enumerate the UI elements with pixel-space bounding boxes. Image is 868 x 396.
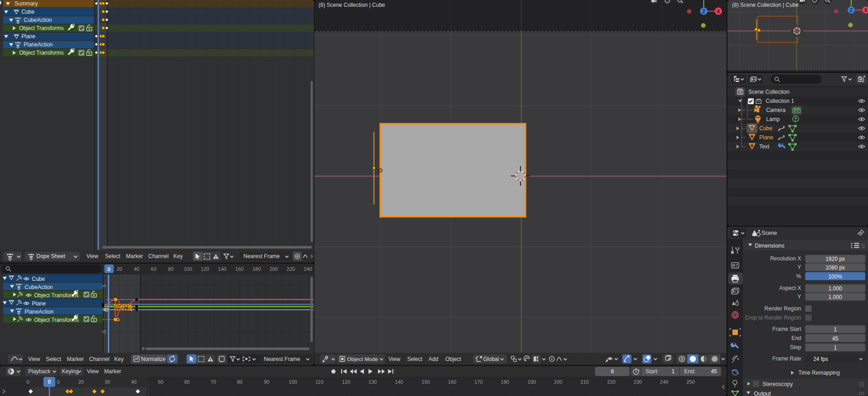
svg-text:Channel: Channel bbox=[89, 356, 110, 362]
svg-text:1: 1 bbox=[834, 326, 837, 333]
svg-text:120: 120 bbox=[342, 379, 350, 385]
svg-text:240: 240 bbox=[304, 266, 312, 272]
svg-text:120: 120 bbox=[201, 266, 209, 272]
svg-text:Step: Step bbox=[790, 344, 801, 350]
svg-text:Scene: Scene bbox=[762, 230, 777, 236]
svg-text:Text: Text bbox=[759, 143, 770, 150]
svg-text:Render Region: Render Region bbox=[764, 305, 801, 312]
svg-text:Lamp: Lamp bbox=[766, 116, 780, 122]
svg-text:140: 140 bbox=[218, 266, 226, 272]
svg-text:(8) Scene Collection | Cube: (8) Scene Collection | Cube bbox=[318, 2, 385, 8]
svg-text:60: 60 bbox=[184, 379, 190, 385]
svg-text:X: X bbox=[717, 9, 720, 14]
svg-text:Z: Z bbox=[702, 9, 706, 14]
svg-text:180: 180 bbox=[252, 266, 261, 272]
svg-text:Key: Key bbox=[173, 253, 183, 259]
svg-text:8: 8 bbox=[611, 368, 614, 375]
svg-text:(8) Scene Collection | Cube: (8) Scene Collection | Cube bbox=[732, 2, 799, 8]
svg-text:PlaneAction: PlaneAction bbox=[24, 41, 53, 48]
svg-text:45: 45 bbox=[711, 368, 717, 375]
svg-text:30: 30 bbox=[105, 379, 110, 385]
svg-text:0: 0 bbox=[57, 379, 60, 385]
svg-text:Marker: Marker bbox=[67, 356, 84, 362]
svg-text:Dimensions: Dimensions bbox=[755, 243, 784, 249]
svg-text:140: 140 bbox=[395, 379, 403, 385]
svg-text:Start:: Start: bbox=[646, 368, 659, 375]
svg-text:80: 80 bbox=[168, 266, 173, 272]
svg-text:Plane: Plane bbox=[32, 300, 46, 307]
svg-text:Collection 1: Collection 1 bbox=[766, 98, 794, 104]
svg-text:1.000: 1.000 bbox=[828, 285, 842, 292]
svg-text:170: 170 bbox=[474, 379, 483, 385]
svg-text:Nearest Frame: Nearest Frame bbox=[243, 253, 280, 259]
svg-text:Summary: Summary bbox=[15, 0, 38, 7]
svg-text:Aspect X: Aspect X bbox=[779, 285, 801, 291]
svg-text:Time Remapping: Time Remapping bbox=[798, 370, 840, 376]
svg-text:100%: 100% bbox=[828, 274, 843, 280]
svg-text:End:: End: bbox=[684, 368, 696, 375]
svg-text:50: 50 bbox=[158, 379, 163, 385]
svg-text:-5: -5 bbox=[101, 330, 107, 335]
svg-text:Select: Select bbox=[46, 356, 61, 362]
svg-text:80: 80 bbox=[237, 379, 242, 385]
svg-text:Key: Key bbox=[114, 356, 124, 362]
svg-text:160: 160 bbox=[448, 379, 456, 385]
svg-text:Z: Z bbox=[850, 7, 853, 13]
svg-text:1: 1 bbox=[671, 368, 675, 375]
svg-text:0: 0 bbox=[26, 379, 29, 385]
svg-text:40: 40 bbox=[134, 266, 139, 272]
svg-text:Stereoscopy: Stereoscopy bbox=[762, 381, 793, 387]
svg-text:Frame Start: Frame Start bbox=[772, 326, 802, 332]
svg-text:20: 20 bbox=[78, 379, 84, 385]
svg-text:70: 70 bbox=[211, 379, 216, 385]
svg-text:220: 220 bbox=[287, 266, 295, 272]
svg-text:Channel: Channel bbox=[148, 253, 169, 259]
svg-text:230: 230 bbox=[634, 379, 642, 385]
svg-text:PlaneAction: PlaneAction bbox=[25, 309, 54, 315]
svg-text:Dope Sheet: Dope Sheet bbox=[36, 253, 66, 259]
svg-text:100: 100 bbox=[184, 266, 192, 272]
svg-text:Cube: Cube bbox=[21, 9, 35, 15]
svg-text:Object Transforms: Object Transforms bbox=[19, 25, 64, 31]
svg-text:24 fps: 24 fps bbox=[813, 356, 828, 362]
svg-text:View: View bbox=[86, 253, 98, 259]
svg-text:110: 110 bbox=[315, 379, 323, 385]
svg-text:End: End bbox=[792, 335, 801, 341]
svg-text:200: 200 bbox=[554, 379, 562, 385]
svg-text:250: 250 bbox=[686, 379, 695, 385]
svg-text:220: 220 bbox=[607, 379, 616, 385]
svg-text:Plane: Plane bbox=[21, 33, 35, 40]
svg-text:View: View bbox=[389, 356, 400, 362]
svg-text:Camera: Camera bbox=[766, 107, 786, 113]
svg-text:1080 px: 1080 px bbox=[826, 264, 845, 271]
svg-text:Cube: Cube bbox=[759, 125, 772, 132]
svg-text:Cube: Cube bbox=[32, 276, 45, 282]
svg-text:Crop to Render Region: Crop to Render Region bbox=[745, 315, 801, 321]
svg-text:Keying: Keying bbox=[62, 368, 79, 375]
svg-text:Marker: Marker bbox=[104, 368, 121, 375]
svg-text:150: 150 bbox=[422, 379, 430, 385]
svg-text:Select: Select bbox=[105, 253, 121, 259]
svg-text:%: % bbox=[796, 273, 801, 279]
svg-text:Y: Y bbox=[797, 294, 801, 300]
svg-text:40: 40 bbox=[131, 379, 136, 385]
svg-text:Frame Rate: Frame Rate bbox=[772, 355, 802, 362]
svg-text:Output: Output bbox=[754, 391, 771, 396]
svg-text:60: 60 bbox=[151, 266, 156, 272]
svg-text:Global: Global bbox=[483, 356, 499, 362]
svg-text:Y: Y bbox=[797, 264, 801, 270]
svg-text:100: 100 bbox=[289, 379, 297, 385]
svg-text:130: 130 bbox=[368, 379, 377, 385]
svg-text:1.000: 1.000 bbox=[828, 294, 842, 300]
svg-text:Object: Object bbox=[445, 356, 461, 362]
svg-text:Playback: Playback bbox=[28, 368, 51, 375]
svg-text:1920 px: 1920 px bbox=[826, 256, 845, 262]
svg-text:Resolution X: Resolution X bbox=[770, 255, 801, 262]
svg-text:Nearest Frame: Nearest Frame bbox=[264, 356, 300, 362]
svg-text:CubeAction: CubeAction bbox=[25, 284, 53, 290]
svg-text:Normalize: Normalize bbox=[141, 356, 166, 362]
svg-text:45: 45 bbox=[832, 335, 838, 342]
svg-text:Marker: Marker bbox=[126, 253, 143, 259]
svg-text:Scene Collection: Scene Collection bbox=[748, 89, 789, 95]
svg-text:Object Transforms: Object Transforms bbox=[19, 50, 64, 56]
